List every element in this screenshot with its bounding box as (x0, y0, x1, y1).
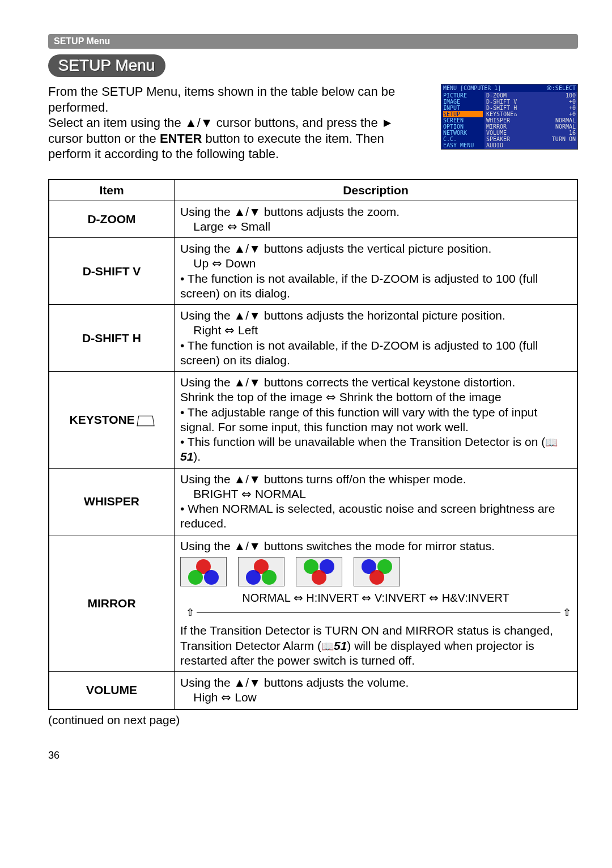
osd-left-item: NETWORK (443, 130, 483, 136)
manual-ref-number: 51 (334, 639, 347, 652)
osd-right-row: WHISPERNORMAL (486, 117, 576, 124)
mirror-diagram (180, 557, 571, 586)
description-cell: Using the ▲/▼ buttons turns off/on the w… (175, 468, 578, 535)
table-row: WHISPER Using the ▲/▼ buttons turns off/… (49, 468, 577, 535)
description-cell: Using the ▲/▼ buttons switches the mode … (175, 535, 578, 672)
description-cell: Using the ▲/▼ buttons corrects the verti… (175, 372, 578, 469)
osd-left-item: IMAGE (443, 99, 483, 105)
table-row: D-SHIFT H Using the ▲/▼ buttons adjusts … (49, 305, 577, 372)
item-name-cell: KEYSTONE (49, 372, 175, 469)
description-cell: Using the ▲/▼ buttons adjusts the volume… (175, 672, 578, 709)
setup-items-table: Item Description D-ZOOM Using the ▲/▼ bu… (48, 179, 578, 710)
item-name-cell: VOLUME (49, 672, 175, 709)
osd-left-item: INPUT (443, 105, 483, 111)
osd-right-row: MIRRORNORMAL (486, 124, 576, 130)
continued-note: (continued on next page) (48, 713, 578, 727)
description-cell: Using the ▲/▼ buttons adjusts the zoom. … (175, 201, 578, 238)
osd-right-row: KEYSTONE⌂+0 (486, 111, 576, 117)
osd-right-row: D-SHIFT V+0 (486, 99, 576, 105)
manual-ref-icon: 📖 (545, 436, 558, 449)
item-name-cell: D-SHIFT V (49, 238, 175, 305)
page-number: 36 (48, 750, 578, 761)
item-name-cell: MIRROR (49, 535, 175, 672)
osd-left-item: OPTION (443, 124, 483, 130)
section-header: SETUP Menu (48, 34, 578, 49)
osd-right-row: SPEAKERTURN ON (486, 136, 576, 142)
osd-left-item: C.C. (443, 136, 483, 142)
item-name-cell: WHISPER (49, 468, 175, 535)
table-row: KEYSTONE Using the ▲/▼ buttons corrects … (49, 372, 577, 469)
osd-right-row: VOLUME16 (486, 130, 576, 136)
osd-left-item: PICTURE (443, 92, 483, 99)
item-name-cell: D-ZOOM (49, 201, 175, 238)
col-header-item: Item (49, 180, 175, 201)
osd-left-item: EASY MENU (443, 142, 483, 148)
mirror-modes-label: NORMAL ⇔ H:INVERT ⇔ V:INVERT ⇔ H&V:INVER… (180, 591, 571, 605)
keystone-icon (137, 416, 155, 426)
osd-title-right: ⦿:SELECT (546, 85, 576, 91)
table-row: MIRROR Using the ▲/▼ buttons switches th… (49, 535, 577, 672)
osd-left-item: SCREEN (443, 117, 483, 124)
item-name-cell: D-SHIFT H (49, 305, 175, 372)
manual-ref-icon: 📖 (321, 640, 334, 653)
intro-text: From the SETUP Menu, items shown in the … (48, 84, 430, 162)
table-row: D-ZOOM Using the ▲/▼ buttons adjusts the… (49, 201, 577, 238)
table-row: D-SHIFT V Using the ▲/▼ buttons adjusts … (49, 238, 577, 305)
osd-right-row: AUDIO (486, 142, 576, 148)
col-header-description: Description (175, 180, 578, 201)
osd-menu-screenshot: MENU [COMPUTER 1] ⦿:SELECT PICTUREIMAGEI… (441, 84, 578, 150)
description-cell: Using the ▲/▼ buttons adjusts the horizo… (175, 305, 578, 372)
osd-right-row: D-SHIFT H+0 (486, 105, 576, 111)
table-row: VOLUME Using the ▲/▼ buttons adjusts the… (49, 672, 577, 709)
description-cell: Using the ▲/▼ buttons adjusts the vertic… (175, 238, 578, 305)
osd-left-item: SETUP (443, 111, 483, 117)
osd-right-row: D-ZOOM100 (486, 92, 576, 99)
page-title: SETUP Menu (48, 54, 165, 77)
osd-title-left: MENU [COMPUTER 1] (443, 85, 501, 91)
manual-ref-number: 51 (180, 450, 193, 463)
